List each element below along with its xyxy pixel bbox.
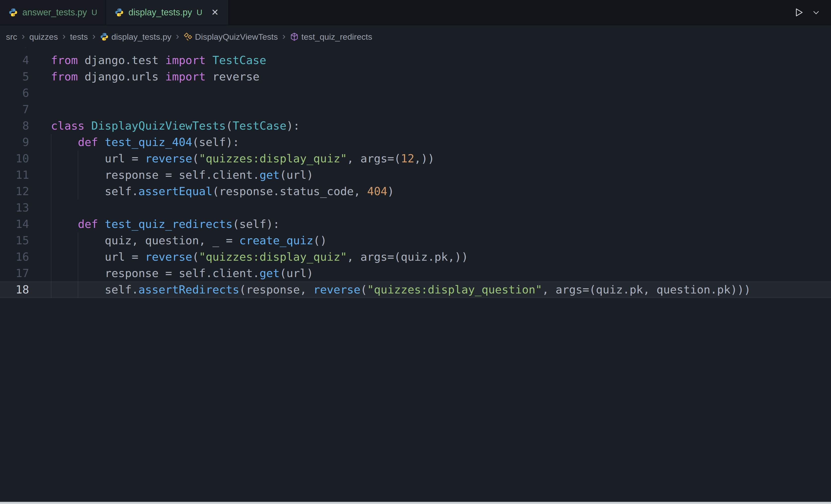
git-status-badge: U xyxy=(196,8,202,17)
line-number[interactable]: 3 xyxy=(0,48,29,52)
breadcrumb-item-tests[interactable]: tests xyxy=(70,32,88,42)
partial-code-line: 3 xyxy=(0,48,831,52)
code-text: response = self.client.get(url) xyxy=(29,167,313,183)
breadcrumb-item-quizzes[interactable]: quizzes xyxy=(29,32,58,42)
chevron-right-icon: › xyxy=(21,31,26,42)
line-number[interactable]: 18 xyxy=(0,281,29,298)
code-text: from django.urls import reverse xyxy=(29,68,260,85)
line-number[interactable]: 13 xyxy=(0,200,29,216)
tab-bar: answer_tests.py U display_tests.py U ✕ xyxy=(0,0,831,25)
code-text: self.assertRedirects(response, reverse("… xyxy=(29,281,751,298)
line-number[interactable]: 6 xyxy=(0,85,29,101)
code-text xyxy=(29,200,51,216)
close-icon[interactable]: ✕ xyxy=(210,7,220,18)
git-status-badge: U xyxy=(91,8,97,17)
indent-guide xyxy=(51,134,51,298)
run-icon[interactable] xyxy=(792,6,805,19)
breadcrumb: src › quizzes › tests › display_tests.py… xyxy=(0,26,831,48)
window-bottom-edge xyxy=(0,502,831,504)
chevron-down-icon[interactable] xyxy=(810,6,823,19)
code-text: from django.test import TestCase xyxy=(29,52,266,68)
breadcrumb-item-src[interactable]: src xyxy=(6,32,17,42)
tab-answer-tests[interactable]: answer_tests.py U xyxy=(0,0,106,25)
line-number[interactable]: 7 xyxy=(0,101,29,118)
vscode-window: answer_tests.py U display_tests.py U ✕ s… xyxy=(0,0,831,504)
line-number[interactable]: 10 xyxy=(0,150,29,167)
breadcrumb-label: display_tests.py xyxy=(111,32,171,42)
code-text: def test_quiz_redirects(self): xyxy=(29,216,280,232)
indent-guide xyxy=(78,232,78,298)
line-number[interactable]: 11 xyxy=(0,167,29,183)
line-number[interactable]: 12 xyxy=(0,183,29,200)
code-text: class DisplayQuizViewTests(TestCase): xyxy=(29,118,300,134)
python-icon xyxy=(114,8,124,17)
code-line[interactable]: 16 url = reverse("quizzes:display_quiz",… xyxy=(0,249,831,265)
line-number[interactable]: 9 xyxy=(0,134,29,150)
line-number[interactable]: 14 xyxy=(0,216,29,232)
code-text xyxy=(29,85,51,101)
tab-display-tests[interactable]: display_tests.py U ✕ xyxy=(106,0,228,25)
chevron-right-icon: › xyxy=(281,31,287,42)
editor-actions xyxy=(792,0,831,25)
breadcrumb-label: tests xyxy=(70,32,88,42)
symbol-class-icon xyxy=(183,32,193,41)
breadcrumb-label: src xyxy=(6,32,17,42)
indent-guide xyxy=(78,150,78,200)
line-number[interactable]: 15 xyxy=(0,232,29,249)
breadcrumb-label: test_quiz_redirects xyxy=(301,32,372,42)
code-text: url = reverse("quizzes:display_quiz", ar… xyxy=(29,249,468,265)
code-line[interactable]: 18 self.assertRedirects(response, revers… xyxy=(0,281,831,298)
editor[interactable]: 34from django.test import TestCase5from … xyxy=(0,48,831,502)
code-line[interactable]: 5from django.urls import reverse xyxy=(0,68,831,85)
code-line[interactable]: 11 response = self.client.get(url) xyxy=(0,167,831,183)
python-icon xyxy=(8,8,18,17)
code-line[interactable]: 14 def test_quiz_redirects(self): xyxy=(0,216,831,232)
code-text: response = self.client.get(url) xyxy=(29,265,313,281)
code-line[interactable]: 9 def test_quiz_404(self): xyxy=(0,134,831,150)
tab-label: answer_tests.py xyxy=(22,7,87,18)
code-text: def test_quiz_404(self): xyxy=(29,134,239,150)
breadcrumb-label: quizzes xyxy=(29,32,58,42)
code-line[interactable]: 6 xyxy=(0,85,831,101)
code-line[interactable]: 13 xyxy=(0,200,831,216)
chevron-right-icon: › xyxy=(91,31,96,42)
chevron-right-icon: › xyxy=(175,31,180,42)
code-line[interactable]: 10 url = reverse("quizzes:display_quiz",… xyxy=(0,150,831,167)
tab-label: display_tests.py xyxy=(128,7,192,18)
code-text: url = reverse("quizzes:display_quiz", ar… xyxy=(29,150,434,167)
code-text xyxy=(29,48,51,52)
line-number[interactable]: 8 xyxy=(0,118,29,134)
breadcrumb-item-method[interactable]: test_quiz_redirects xyxy=(290,32,372,42)
chevron-right-icon: › xyxy=(61,31,66,42)
python-icon xyxy=(100,32,109,41)
code-text: self.assertEqual(response.status_code, 4… xyxy=(29,183,394,200)
code-line[interactable]: 4from django.test import TestCase xyxy=(0,52,831,68)
symbol-method-icon xyxy=(290,32,299,41)
code-line[interactable]: 12 self.assertEqual(response.status_code… xyxy=(0,183,831,200)
line-number[interactable]: 5 xyxy=(0,68,29,85)
breadcrumb-item-file[interactable]: display_tests.py xyxy=(100,32,171,42)
line-number[interactable]: 16 xyxy=(0,249,29,265)
code-line[interactable]: 3 xyxy=(0,48,831,52)
breadcrumb-item-class[interactable]: DisplayQuizViewTests xyxy=(183,32,278,42)
code-line[interactable]: 8class DisplayQuizViewTests(TestCase): xyxy=(0,118,831,134)
code-line[interactable]: 15 quiz, question, _ = create_quiz() xyxy=(0,232,831,249)
line-number[interactable]: 4 xyxy=(0,52,29,68)
breadcrumb-label: DisplayQuizViewTests xyxy=(195,32,278,42)
code-line[interactable]: 7 xyxy=(0,101,831,118)
code-text xyxy=(29,101,51,118)
line-number[interactable]: 17 xyxy=(0,265,29,281)
code-line[interactable]: 17 response = self.client.get(url) xyxy=(0,265,831,281)
code-text: quiz, question, _ = create_quiz() xyxy=(29,232,327,249)
